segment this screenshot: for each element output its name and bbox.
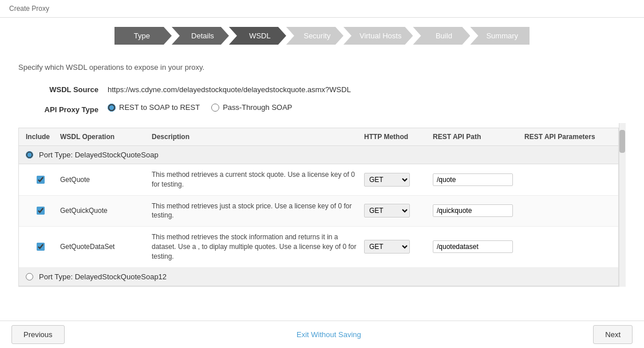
op1-checkbox-cell[interactable] [23, 175, 58, 185]
radio-rest-input[interactable] [108, 104, 116, 112]
header-params: REST API Parameters [522, 132, 614, 142]
step-wsdl-label[interactable]: WSDL [229, 27, 286, 45]
op2-path-cell[interactable] [430, 203, 522, 218]
step-virtual-hosts[interactable]: Virtual Hosts [343, 27, 413, 45]
op3-checkbox-cell[interactable] [23, 242, 58, 252]
operations-table: Include WSDL Operation Description HTTP … [18, 128, 619, 287]
table-header: Include WSDL Operation Description HTTP … [19, 128, 618, 146]
step-security[interactable]: Security [286, 27, 343, 45]
step-summary[interactable]: Summary [470, 27, 530, 45]
footer-center: Exit Without Saving [65, 330, 594, 339]
header-description: Description [149, 132, 362, 142]
op2-params [522, 209, 614, 212]
op1-checkbox[interactable] [37, 176, 45, 184]
op1-name: GetQuote [58, 175, 149, 185]
header-method: HTTP Method [362, 132, 430, 142]
radio-rest-option[interactable]: REST to SOAP to REST [108, 103, 200, 112]
wsdl-source-value: https://ws.cdyne.com/delayedstockquote/d… [108, 83, 351, 94]
step-security-label[interactable]: Security [286, 27, 343, 45]
app-title: Create Proxy [9, 5, 49, 13]
scrollbar[interactable] [619, 123, 626, 287]
step-type[interactable]: Type [114, 27, 172, 45]
proxy-type-radio-group: REST to SOAP to REST Pass-Through SOAP [108, 103, 293, 112]
radio-passthrough-label: Pass-Through SOAP [223, 103, 292, 112]
radio-passthrough-input[interactable] [211, 104, 219, 112]
port-type-1-label: Port Type: DelayedStockQuoteSoap [39, 151, 159, 159]
op1-path-input[interactable] [433, 173, 513, 186]
table-row: GetQuote This method retrieves a current… [19, 164, 618, 196]
exit-without-saving-button[interactable]: Exit Without Saving [297, 330, 361, 339]
op2-desc: This method retrieves just a stock price… [149, 200, 362, 222]
op2-path-input[interactable] [433, 204, 513, 217]
wizard-steps: Type Details WSDL Security Virtual Hosts… [0, 18, 644, 54]
op1-method-cell[interactable]: GET POST PUT DELETE [362, 172, 430, 188]
step-build[interactable]: Build [413, 27, 470, 45]
op2-method-select[interactable]: GET POST PUT DELETE [364, 204, 410, 217]
api-proxy-type-row: API Proxy Type REST to SOAP to REST Pass… [18, 103, 626, 114]
header-include: Include [23, 132, 58, 142]
port-type-2-radio[interactable] [26, 273, 33, 280]
op1-method-select[interactable]: GET POST PUT DELETE [364, 173, 410, 187]
table-row: GetQuickQuote This method retrieves just… [19, 196, 618, 227]
op2-checkbox-cell[interactable] [23, 205, 58, 216]
main-content: Specify which WSDL operations to expose … [0, 54, 644, 296]
op1-params [522, 179, 614, 181]
op3-path-input[interactable] [433, 240, 513, 253]
op3-name: GetQuoteDataSet [58, 242, 149, 252]
step-build-label[interactable]: Build [413, 27, 470, 45]
table-row: GetQuoteDataSet This method retrieves th… [19, 227, 618, 267]
step-details-label[interactable]: Details [172, 27, 229, 45]
top-bar: Create Proxy [0, 0, 644, 18]
port-type-2-row[interactable]: Port Type: DelayedStockQuoteSoap12 [19, 268, 618, 286]
step-type-label[interactable]: Type [114, 27, 172, 45]
port-type-2-label: Port Type: DelayedStockQuoteSoap12 [39, 272, 167, 281]
step-summary-label[interactable]: Summary [470, 27, 530, 45]
port-type-1-row[interactable]: Port Type: DelayedStockQuoteSoap [19, 146, 618, 164]
op2-name: GetQuickQuote [58, 205, 149, 216]
op1-desc: This method retrieves a current stock qu… [149, 169, 362, 191]
op3-method-select[interactable]: GET POST PUT DELETE [364, 240, 410, 254]
op3-checkbox[interactable] [37, 243, 45, 251]
op1-path-cell[interactable] [430, 172, 522, 187]
wsdl-source-row: WSDL Source https://ws.cdyne.com/delayed… [18, 83, 626, 94]
previous-button[interactable]: Previous [11, 325, 65, 344]
footer: Previous Exit Without Saving Next [0, 321, 644, 348]
wsdl-source-label: WSDL Source [18, 83, 98, 94]
api-proxy-type-label: API Proxy Type [18, 103, 98, 114]
step-details[interactable]: Details [172, 27, 229, 45]
op2-method-cell[interactable]: GET POST PUT DELETE [362, 203, 430, 219]
op2-checkbox[interactable] [37, 207, 45, 215]
header-operation: WSDL Operation [58, 132, 149, 142]
subtitle: Specify which WSDL operations to expose … [18, 63, 626, 72]
op3-params [522, 246, 614, 248]
header-path: REST API Path [430, 132, 522, 142]
radio-passthrough-option[interactable]: Pass-Through SOAP [211, 103, 292, 112]
op3-path-cell[interactable] [430, 239, 522, 254]
op3-method-cell[interactable]: GET POST PUT DELETE [362, 239, 430, 255]
step-wsdl[interactable]: WSDL [229, 27, 286, 45]
scrollbar-thumb[interactable] [619, 130, 625, 153]
step-virtual-hosts-label[interactable]: Virtual Hosts [343, 27, 413, 45]
port-type-1-radio[interactable] [26, 151, 33, 159]
next-button[interactable]: Next [593, 325, 633, 344]
op3-desc: This method retrieves the stock informat… [149, 231, 362, 262]
table-wrapper: Include WSDL Operation Description HTTP … [18, 123, 626, 287]
radio-rest-label: REST to SOAP to REST [119, 103, 200, 112]
